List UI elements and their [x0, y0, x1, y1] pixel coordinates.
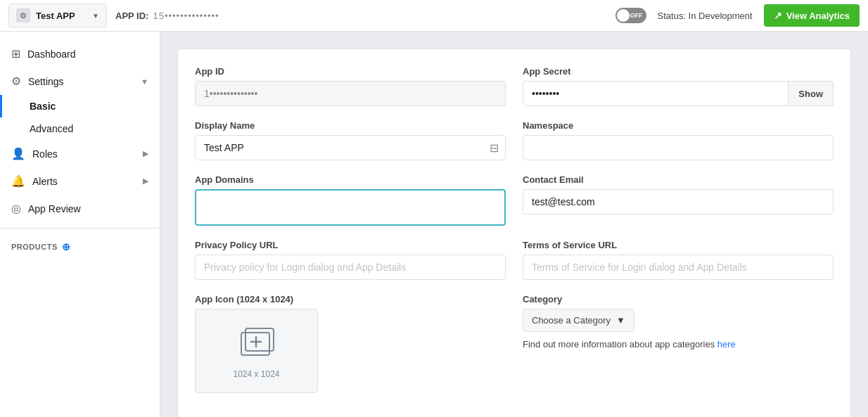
toggle-container[interactable]: OFF: [615, 8, 646, 23]
display-name-group: Display Name ⊟: [195, 120, 506, 160]
terms-of-service-field[interactable]: [523, 255, 834, 280]
sidebar-item-alerts[interactable]: 🔔 Alerts ▶: [0, 167, 160, 195]
form-row-2: Display Name ⊟ Namespace: [195, 120, 834, 160]
sidebar-label-app-review: App Review: [28, 203, 148, 214]
sidebar-label-settings: Settings: [28, 76, 134, 87]
alerts-chevron-icon: ▶: [143, 177, 148, 186]
icon-size-label: 1024 x 1024: [233, 369, 279, 379]
app-icon: ⚙: [16, 8, 30, 23]
icon-upload-area[interactable]: 1024 x 1024: [195, 309, 318, 393]
settings-chevron-icon: ▼: [141, 77, 148, 86]
app-secret-field-label: App Secret: [523, 66, 834, 77]
alerts-icon: 🔔: [11, 174, 25, 188]
app-secret-group: App Secret Show: [523, 66, 834, 106]
sidebar-item-advanced[interactable]: Advanced: [0, 117, 160, 140]
sidebar-item-roles[interactable]: 👤 Roles ▶: [0, 140, 160, 167]
add-product-icon[interactable]: ⊕: [62, 241, 71, 252]
sidebar-label-roles: Roles: [32, 148, 136, 160]
main-content: App ID App Secret Show Display Name: [160, 32, 868, 417]
chevron-down-icon: ▼: [92, 12, 99, 20]
category-info: Find out more information about app cate…: [523, 339, 834, 349]
terms-of-service-group: Terms of Service URL: [523, 240, 834, 280]
image-upload-icon: [236, 323, 278, 365]
category-btn-label: Choose a Category: [532, 315, 611, 326]
namespace-field[interactable]: [523, 135, 834, 160]
category-label: Category: [523, 294, 834, 304]
analytics-icon: ↗: [774, 10, 782, 21]
app-id-group: App ID: [195, 66, 506, 106]
sidebar-item-basic[interactable]: Basic: [0, 95, 160, 117]
topbar-right: OFF Status: In Development ↗ View Analyt…: [615, 4, 860, 27]
view-analytics-button[interactable]: ↗ View Analytics: [764, 4, 860, 27]
app-id-field[interactable]: [195, 81, 506, 106]
app-domains-field[interactable]: [205, 198, 496, 217]
sidebar-label-advanced: Advanced: [30, 123, 73, 134]
category-group: Category Choose a Category ▼ Find out mo…: [523, 294, 834, 393]
topbar: ⚙ Test APP ▼ APP ID: 15•••••••••••••• OF…: [0, 0, 868, 32]
sidebar-label-dashboard: Dashboard: [27, 49, 148, 60]
privacy-policy-field[interactable]: [195, 255, 506, 280]
terms-of-service-label: Terms of Service URL: [523, 240, 834, 250]
roles-chevron-icon: ▶: [143, 149, 148, 158]
contact-email-group: Contact Email: [523, 174, 834, 226]
display-name-label: Display Name: [195, 120, 506, 131]
display-name-field[interactable]: [195, 135, 506, 160]
app-icon-group: App Icon (1024 x 1024) 1024 x 1024: [195, 294, 506, 393]
sidebar-label-basic: Basic: [30, 101, 56, 112]
form-row-5: App Icon (1024 x 1024) 1024 x 1024 Categ…: [195, 294, 834, 393]
settings-card: App ID App Secret Show Display Name: [177, 49, 851, 417]
privacy-policy-group: Privacy Policy URL: [195, 240, 506, 280]
app-domains-box[interactable]: [195, 189, 506, 226]
sidebar: ⊞ Dashboard ⚙ Settings ▼ Basic Advanced …: [0, 32, 160, 417]
namespace-label: Namespace: [523, 120, 834, 131]
app-name: Test APP: [36, 11, 87, 21]
category-info-link[interactable]: here: [717, 339, 736, 349]
main-layout: ⊞ Dashboard ⚙ Settings ▼ Basic Advanced …: [0, 32, 868, 417]
view-analytics-label: View Analytics: [786, 11, 850, 21]
app-id-value: 15••••••••••••••: [153, 11, 219, 21]
toggle-off-label: OFF: [630, 12, 643, 19]
sidebar-item-dashboard[interactable]: ⊞ Dashboard: [0, 40, 160, 68]
show-secret-button[interactable]: Show: [789, 81, 834, 106]
products-label: PRODUCTS: [11, 243, 58, 251]
settings-icon: ⚙: [11, 75, 21, 88]
category-chevron-icon: ▼: [616, 315, 625, 326]
form-row-1: App ID App Secret Show: [195, 66, 834, 106]
form-row-4: Privacy Policy URL Terms of Service URL: [195, 240, 834, 280]
category-dropdown[interactable]: Choose a Category ▼: [523, 309, 634, 332]
display-name-input-container: ⊟: [195, 135, 506, 160]
sidebar-item-settings[interactable]: ⚙ Settings ▼: [0, 68, 160, 95]
privacy-policy-label: Privacy Policy URL: [195, 240, 506, 250]
app-id-label: APP ID:: [115, 11, 148, 21]
app-secret-input-container: Show: [523, 81, 834, 106]
toggle-knob: [617, 9, 630, 22]
contact-email-label: Contact Email: [523, 174, 834, 185]
dashboard-icon: ⊞: [11, 47, 20, 60]
form-row-3: App Domains Contact Email: [195, 174, 834, 226]
app-review-icon: ◎: [11, 202, 21, 215]
app-domains-group: App Domains: [195, 174, 506, 226]
app-live-toggle[interactable]: OFF: [615, 8, 646, 23]
roles-icon: 👤: [11, 147, 25, 160]
sidebar-item-app-review[interactable]: ◎ App Review: [0, 195, 160, 222]
status-text: Status: In Development: [658, 11, 753, 21]
sidebar-label-alerts: Alerts: [32, 176, 136, 187]
app-id-field-label: App ID: [195, 66, 506, 77]
app-secret-field[interactable]: [523, 81, 789, 106]
app-icon-label: App Icon (1024 x 1024): [195, 294, 506, 304]
app-selector[interactable]: ⚙ Test APP ▼: [8, 4, 107, 27]
app-id-section: APP ID: 15••••••••••••••: [115, 11, 219, 21]
app-domains-label: App Domains: [195, 174, 506, 185]
edit-icon: ⊟: [490, 141, 499, 155]
namespace-group: Namespace: [523, 120, 834, 160]
sidebar-divider: [0, 228, 160, 229]
contact-email-field[interactable]: [523, 189, 834, 214]
sidebar-products-section: PRODUCTS ⊕: [0, 234, 160, 255]
